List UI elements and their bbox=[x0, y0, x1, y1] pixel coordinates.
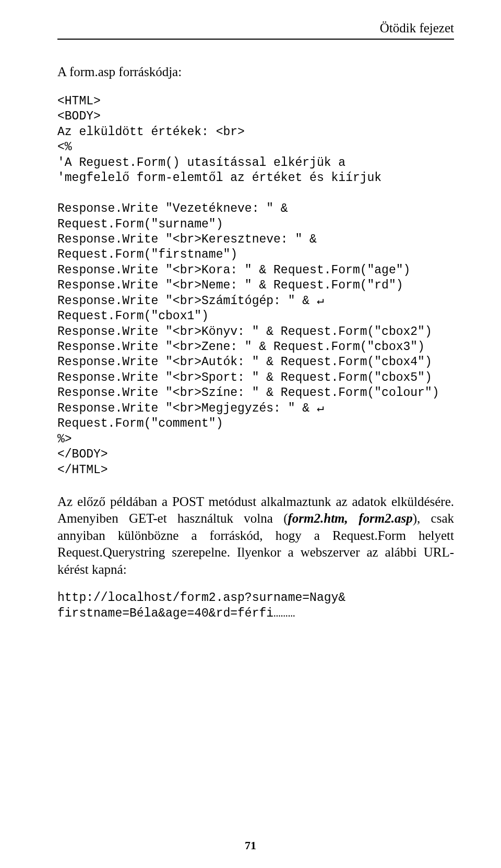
section-title: A form.asp forráskódja: bbox=[57, 65, 454, 79]
paragraph: Az előző példában a POST metódust alkalm… bbox=[57, 493, 454, 578]
paragraph-italic: form2.htm, form2.asp bbox=[288, 511, 413, 525]
page-number: 71 bbox=[0, 839, 501, 852]
chapter-title: Ötödik fejezet bbox=[380, 21, 454, 35]
url-example: http://localhost/form2.asp?surname=Nagy&… bbox=[57, 590, 454, 621]
page-header: Ötödik fejezet bbox=[57, 21, 454, 40]
code-listing: <HTML> <BODY> Az elküldött értékek: <br>… bbox=[57, 94, 454, 478]
